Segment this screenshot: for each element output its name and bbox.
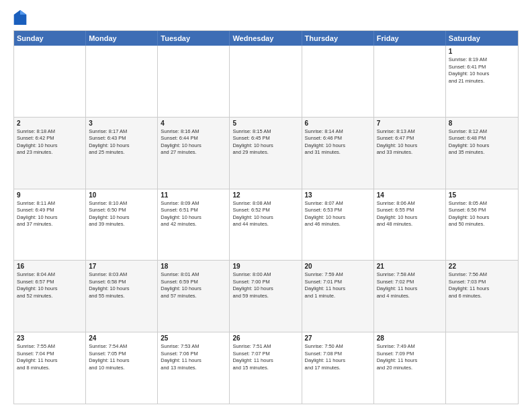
day-cell-25: 25Sunrise: 7:53 AM Sunset: 7:06 PM Dayli…: [158, 332, 230, 404]
day-details: Sunrise: 7:55 AM Sunset: 7:04 PM Dayligh…: [17, 343, 83, 371]
day-details: Sunrise: 8:03 AM Sunset: 6:58 PM Dayligh…: [89, 271, 154, 300]
day-number: 8: [449, 120, 515, 127]
day-details: Sunrise: 8:18 AM Sunset: 6:42 PM Dayligh…: [17, 128, 83, 156]
day-number: 2: [17, 120, 83, 127]
day-cell-22: 22Sunrise: 7:56 AM Sunset: 7:03 PM Dayli…: [446, 261, 518, 332]
day-cell-18: 18Sunrise: 8:01 AM Sunset: 6:59 PM Dayli…: [158, 261, 230, 332]
day-cell-13: 13Sunrise: 8:07 AM Sunset: 6:53 PM Dayli…: [302, 189, 374, 261]
empty-cell-0-4: [302, 46, 374, 117]
day-details: Sunrise: 7:54 AM Sunset: 7:05 PM Dayligh…: [89, 343, 154, 371]
day-cell-14: 14Sunrise: 8:06 AM Sunset: 6:55 PM Dayli…: [374, 189, 446, 261]
header-day-saturday: Saturday: [446, 31, 518, 46]
day-number: 22: [449, 263, 515, 270]
day-cell-11: 11Sunrise: 8:09 AM Sunset: 6:51 PM Dayli…: [158, 189, 230, 261]
week-row-4: 23Sunrise: 7:55 AM Sunset: 7:04 PM Dayli…: [14, 332, 518, 404]
svg-marker-1: [20, 10, 26, 15]
day-number: 17: [89, 263, 154, 270]
header-day-friday: Friday: [374, 31, 446, 46]
day-cell-1: 1Sunrise: 8:19 AM Sunset: 6:41 PM Daylig…: [446, 46, 518, 117]
day-number: 25: [161, 334, 226, 342]
header-day-monday: Monday: [86, 31, 158, 46]
day-cell-16: 16Sunrise: 8:04 AM Sunset: 6:57 PM Dayli…: [14, 261, 86, 332]
day-cell-9: 9Sunrise: 8:11 AM Sunset: 6:49 PM Daylig…: [14, 189, 86, 261]
day-cell-28: 28Sunrise: 7:49 AM Sunset: 7:09 PM Dayli…: [374, 332, 446, 404]
day-cell-7: 7Sunrise: 8:13 AM Sunset: 6:47 PM Daylig…: [374, 118, 446, 189]
day-details: Sunrise: 8:13 AM Sunset: 6:47 PM Dayligh…: [377, 128, 443, 156]
empty-cell-0-0: [14, 46, 86, 117]
day-details: Sunrise: 8:14 AM Sunset: 6:46 PM Dayligh…: [305, 128, 371, 156]
empty-cell-0-2: [158, 46, 230, 117]
day-number: 26: [232, 334, 298, 342]
day-cell-2: 2Sunrise: 8:18 AM Sunset: 6:42 PM Daylig…: [14, 118, 86, 189]
day-details: Sunrise: 8:01 AM Sunset: 6:59 PM Dayligh…: [161, 271, 226, 300]
day-cell-8: 8Sunrise: 8:12 AM Sunset: 6:48 PM Daylig…: [446, 118, 518, 189]
day-cell-15: 15Sunrise: 8:05 AM Sunset: 6:56 PM Dayli…: [446, 189, 518, 261]
day-number: 27: [305, 334, 371, 342]
day-number: 10: [89, 191, 154, 199]
day-number: 15: [449, 191, 515, 199]
header-day-sunday: Sunday: [14, 31, 86, 46]
day-details: Sunrise: 7:50 AM Sunset: 7:08 PM Dayligh…: [305, 343, 371, 371]
day-details: Sunrise: 7:56 AM Sunset: 7:03 PM Dayligh…: [449, 271, 515, 300]
day-details: Sunrise: 8:08 AM Sunset: 6:52 PM Dayligh…: [232, 200, 298, 228]
day-number: 1: [449, 48, 515, 55]
day-details: Sunrise: 7:49 AM Sunset: 7:09 PM Dayligh…: [377, 343, 443, 371]
day-number: 23: [17, 334, 83, 342]
empty-cell-0-5: [374, 46, 446, 117]
day-cell-24: 24Sunrise: 7:54 AM Sunset: 7:05 PM Dayli…: [86, 332, 158, 404]
day-cell-10: 10Sunrise: 8:10 AM Sunset: 6:50 PM Dayli…: [86, 189, 158, 261]
day-cell-17: 17Sunrise: 8:03 AM Sunset: 6:58 PM Dayli…: [86, 261, 158, 332]
calendar: SundayMondayTuesdayWednesdayThursdayFrid…: [13, 30, 519, 404]
day-cell-12: 12Sunrise: 8:08 AM Sunset: 6:52 PM Dayli…: [230, 189, 302, 261]
day-number: 18: [161, 263, 226, 270]
empty-cell-0-3: [230, 46, 302, 117]
week-row-0: 1Sunrise: 8:19 AM Sunset: 6:41 PM Daylig…: [14, 46, 518, 118]
day-details: Sunrise: 8:04 AM Sunset: 6:57 PM Dayligh…: [17, 271, 83, 300]
day-details: Sunrise: 8:09 AM Sunset: 6:51 PM Dayligh…: [161, 200, 226, 228]
week-row-3: 16Sunrise: 8:04 AM Sunset: 6:57 PM Dayli…: [14, 261, 518, 332]
day-cell-5: 5Sunrise: 8:15 AM Sunset: 6:45 PM Daylig…: [230, 118, 302, 189]
day-details: Sunrise: 7:53 AM Sunset: 7:06 PM Dayligh…: [161, 343, 226, 371]
header-day-wednesday: Wednesday: [230, 31, 302, 46]
header: [13, 10, 519, 25]
day-cell-19: 19Sunrise: 8:00 AM Sunset: 7:00 PM Dayli…: [230, 261, 302, 332]
day-cell-26: 26Sunrise: 7:51 AM Sunset: 7:07 PM Dayli…: [230, 332, 302, 404]
week-row-2: 9Sunrise: 8:11 AM Sunset: 6:49 PM Daylig…: [14, 189, 518, 261]
header-day-thursday: Thursday: [302, 31, 374, 46]
day-number: 6: [305, 120, 371, 127]
week-row-1: 2Sunrise: 8:18 AM Sunset: 6:42 PM Daylig…: [14, 118, 518, 189]
day-details: Sunrise: 8:12 AM Sunset: 6:48 PM Dayligh…: [449, 128, 515, 156]
empty-cell-4-6: [446, 332, 518, 404]
day-cell-4: 4Sunrise: 8:16 AM Sunset: 6:44 PM Daylig…: [158, 118, 230, 189]
day-details: Sunrise: 8:11 AM Sunset: 6:49 PM Dayligh…: [17, 200, 83, 228]
day-details: Sunrise: 8:07 AM Sunset: 6:53 PM Dayligh…: [305, 200, 371, 228]
day-number: 7: [377, 120, 443, 127]
header-day-tuesday: Tuesday: [158, 31, 230, 46]
day-number: 28: [377, 334, 443, 342]
day-details: Sunrise: 8:16 AM Sunset: 6:44 PM Dayligh…: [161, 128, 226, 156]
day-number: 20: [305, 263, 371, 270]
day-number: 9: [17, 191, 83, 199]
day-cell-6: 6Sunrise: 8:14 AM Sunset: 6:46 PM Daylig…: [302, 118, 374, 189]
day-cell-21: 21Sunrise: 7:58 AM Sunset: 7:02 PM Dayli…: [374, 261, 446, 332]
day-number: 19: [232, 263, 298, 270]
day-number: 12: [232, 191, 298, 199]
day-details: Sunrise: 7:59 AM Sunset: 7:01 PM Dayligh…: [305, 271, 371, 300]
day-number: 11: [161, 191, 226, 199]
day-details: Sunrise: 8:10 AM Sunset: 6:50 PM Dayligh…: [89, 200, 154, 228]
empty-cell-0-1: [86, 46, 158, 117]
page: SundayMondayTuesdayWednesdayThursdayFrid…: [0, 0, 532, 411]
day-number: 13: [305, 191, 371, 199]
day-details: Sunrise: 7:51 AM Sunset: 7:07 PM Dayligh…: [232, 343, 298, 371]
day-cell-20: 20Sunrise: 7:59 AM Sunset: 7:01 PM Dayli…: [302, 261, 374, 332]
day-cell-23: 23Sunrise: 7:55 AM Sunset: 7:04 PM Dayli…: [14, 332, 86, 404]
day-cell-3: 3Sunrise: 8:17 AM Sunset: 6:43 PM Daylig…: [86, 118, 158, 189]
day-details: Sunrise: 8:05 AM Sunset: 6:56 PM Dayligh…: [449, 200, 515, 228]
calendar-header-row: SundayMondayTuesdayWednesdayThursdayFrid…: [14, 31, 518, 46]
day-number: 21: [377, 263, 443, 270]
day-number: 5: [232, 120, 298, 127]
day-details: Sunrise: 8:19 AM Sunset: 6:41 PM Dayligh…: [449, 56, 515, 85]
day-number: 14: [377, 191, 443, 199]
day-details: Sunrise: 8:00 AM Sunset: 7:00 PM Dayligh…: [232, 271, 298, 300]
day-number: 3: [89, 120, 154, 127]
